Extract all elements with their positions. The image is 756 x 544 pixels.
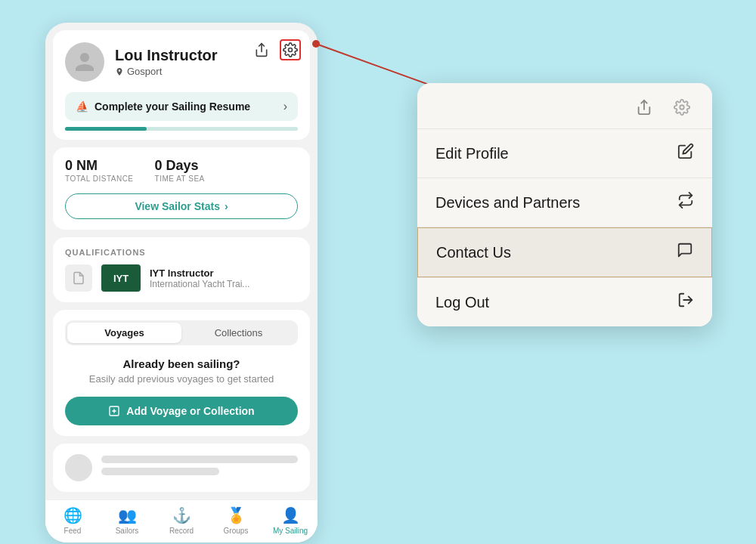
dropdown-top-icons: [417, 83, 712, 128]
add-voyage-label: Add Voyage or Collection: [126, 405, 254, 417]
share-button[interactable]: [251, 39, 272, 60]
voyages-section: Voyages Collections Already been sailing…: [53, 310, 310, 436]
nav-groups[interactable]: 🏅 Groups: [217, 506, 255, 535]
nav-my-sailing[interactable]: 👤 My Sailing: [271, 506, 309, 535]
log-out-label: Log Out: [435, 294, 489, 311]
tab-collections[interactable]: Collections: [181, 323, 296, 343]
view-sailor-stats-button[interactable]: View Sailor Stats ›: [65, 193, 298, 219]
nav-feed[interactable]: 🌐 Feed: [54, 506, 91, 535]
nav-sailors[interactable]: 👥 Sailors: [108, 506, 146, 535]
groups-label: Groups: [224, 527, 249, 535]
qualifications-section: QUALIFICATIONS IYT IYT Instructor Intern…: [53, 237, 310, 302]
resume-banner-text: Complete your Sailing Resume: [94, 100, 250, 113]
bottom-nav: 🌐 Feed 👥 Sailors ⚓ Record 🏅 Groups 👤 My …: [45, 499, 318, 542]
tab-row: Voyages Collections: [65, 320, 298, 345]
resume-banner-left: ⛵ Complete your Sailing Resume: [76, 100, 250, 113]
settings-button[interactable]: [280, 39, 301, 60]
resume-progress-fill: [65, 127, 147, 131]
contact-us-label: Contact Us: [436, 244, 511, 261]
qual-text: IYT Instructor International Yacht Trai.…: [150, 267, 249, 289]
qual-org: International Yacht Trai...: [150, 279, 249, 289]
dropdown-log-out[interactable]: Log Out: [417, 278, 712, 326]
sailors-label: Sailors: [116, 527, 139, 535]
distance-label: TOTAL DISTANCE: [65, 175, 134, 183]
add-voyage-icon: [108, 405, 120, 417]
phone-inner: Lou Instructor Gosport ⛵ Complete your S…: [45, 30, 318, 542]
skeleton-line-2: [101, 468, 219, 475]
qualifications-label: QUALIFICATIONS: [65, 248, 298, 257]
edit-profile-label: Edit Profile: [435, 145, 509, 162]
sailors-icon: 👥: [118, 506, 137, 524]
phone-card: Lou Instructor Gosport ⛵ Complete your S…: [45, 23, 318, 542]
groups-icon: 🏅: [227, 506, 246, 524]
stats-row: 0 NM TOTAL DISTANCE 0 Days TIME AT SEA: [65, 158, 298, 183]
tab-voyages[interactable]: Voyages: [67, 323, 181, 343]
voyage-empty-sub: Easily add previous voyages to get start…: [65, 373, 298, 385]
transfer-icon: [677, 192, 694, 213]
svg-point-8: [680, 105, 684, 110]
profile-header: Lou Instructor Gosport ⛵ Complete your S…: [53, 30, 310, 140]
qual-file-icon: [65, 264, 92, 292]
profile-location: Gosport: [115, 66, 218, 77]
dropdown-edit-profile[interactable]: Edit Profile: [417, 129, 712, 178]
iyt-logo: IYT: [101, 264, 141, 292]
avatar: [65, 42, 104, 82]
record-label: Record: [169, 527, 194, 535]
skeleton-avatar: [65, 454, 92, 481]
add-voyage-button[interactable]: Add Voyage or Collection: [65, 397, 298, 425]
feed-icon: 🌐: [64, 506, 82, 524]
voyage-empty-title: Already been sailing?: [65, 357, 298, 370]
iyt-logo-text: IYT: [113, 273, 129, 284]
qualification-item: IYT IYT Instructor International Yacht T…: [65, 264, 298, 292]
dropdown-settings-button[interactable]: [670, 95, 694, 119]
time-at-sea-stat: 0 Days TIME AT SEA: [155, 158, 205, 183]
skeleton-line-1: [101, 456, 298, 463]
record-icon: ⚓: [172, 506, 191, 524]
my-sailing-icon: 👤: [281, 506, 300, 524]
profile-details: Lou Instructor Gosport: [115, 47, 218, 77]
dropdown-menu: Edit Profile Devices and Partners Contac…: [417, 83, 712, 326]
resume-banner[interactable]: ⛵ Complete your Sailing Resume ›: [65, 92, 298, 121]
dropdown-contact-us[interactable]: Contact Us: [417, 227, 712, 277]
days-label: TIME AT SEA: [155, 175, 205, 183]
resume-progress-bar: [65, 127, 298, 131]
feed-label: Feed: [64, 527, 82, 535]
location-text: Gosport: [127, 66, 162, 77]
chevron-right-icon: ›: [225, 200, 228, 212]
profile-name: Lou Instructor: [115, 47, 218, 64]
edit-icon: [677, 143, 694, 164]
message-icon: [677, 242, 693, 263]
sailboat-icon: ⛵: [76, 100, 88, 113]
dropdown-devices-partners[interactable]: Devices and Partners: [417, 178, 712, 227]
logout-icon: [677, 292, 694, 313]
devices-partners-label: Devices and Partners: [435, 194, 580, 212]
skeleton-lines: [101, 456, 298, 480]
distance-value: 0 NM: [65, 158, 134, 174]
days-value: 0 Days: [155, 158, 205, 174]
view-stats-label: View Sailor Stats: [135, 200, 220, 212]
dropdown-share-button[interactable]: [632, 95, 656, 119]
nav-record[interactable]: ⚓ Record: [163, 506, 200, 535]
chevron-right-icon: ›: [284, 100, 287, 113]
svg-point-1: [289, 48, 293, 52]
qual-name: IYT Instructor: [150, 267, 249, 279]
total-distance-stat: 0 NM TOTAL DISTANCE: [65, 158, 134, 183]
skeleton-section: [53, 444, 310, 492]
header-icons: [251, 39, 301, 60]
my-sailing-label: My Sailing: [273, 527, 308, 535]
stats-section: 0 NM TOTAL DISTANCE 0 Days TIME AT SEA V…: [53, 147, 310, 230]
